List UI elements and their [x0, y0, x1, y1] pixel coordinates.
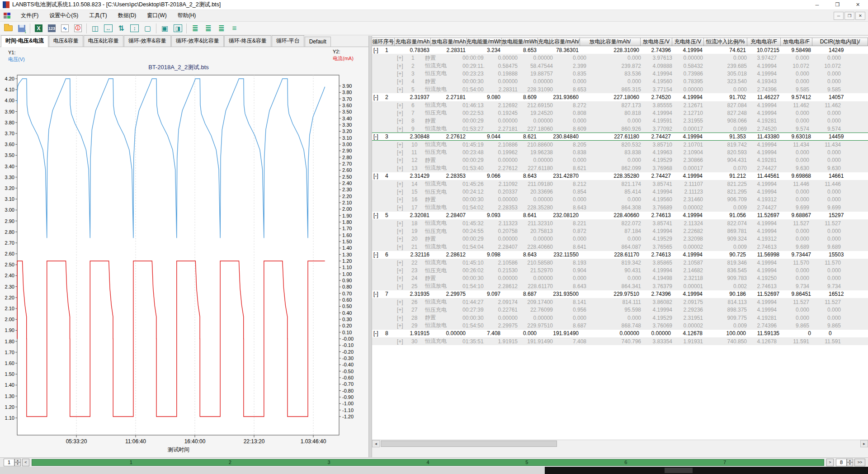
cycle-row-1[interactable]: [-]10.783632.283113.2348.65378.36301228.…	[372, 46, 868, 54]
column-header-4[interactable]: 放电能量/mWh	[502, 38, 538, 46]
menu-item-0[interactable]: 文件(F)	[15, 10, 44, 21]
step-row-13[interactable]: [+]13恒流放电01:53:40.62.27612227.611808.621…	[372, 164, 868, 172]
step-row-23[interactable]: [+]23恒压充电00:26:02.40.2153021.529700.9049…	[372, 266, 868, 274]
column-header-9[interactable]: 恒流冲入比例/%	[704, 38, 747, 46]
expand-icon[interactable]: [+]	[397, 275, 410, 281]
close-button[interactable]: ✕	[848, 0, 868, 10]
pane-splitter[interactable]	[368, 36, 372, 457]
grid-rows-icon[interactable]: ≡	[228, 23, 241, 34]
column-header-12[interactable]: DCIR(放电内阻)/	[812, 38, 868, 46]
grid-medium-icon[interactable]: ≣	[202, 23, 214, 34]
expand-icon[interactable]: [+]	[397, 267, 410, 274]
expand-icon[interactable]: [+]	[397, 338, 410, 345]
menu-item-3[interactable]: 数据(D)	[113, 10, 142, 21]
step-row-18[interactable]: [+]18恒流充电01:45:32.62.11323211.323108.221…	[372, 219, 868, 227]
cycle-row-4[interactable]: [-]42.314292.283539.0668.643231.42870228…	[372, 172, 868, 180]
step-row-10[interactable]: [+]10恒流充电01:45:19.22.10886210.886008.205…	[372, 141, 868, 148]
collapse-icon[interactable]: [-]	[373, 251, 385, 258]
column-header-1[interactable]: 充电容量/mAh	[395, 38, 431, 46]
cycle-row-7[interactable]: [-]72.319352.299759.0978.687231.93500229…	[372, 290, 868, 298]
expand-icon[interactable]: [+]	[397, 299, 410, 305]
maximize-button[interactable]: ❒	[827, 0, 848, 10]
tab-7[interactable]: Default	[305, 37, 331, 47]
mdi-close-button[interactable]: ✕	[855, 12, 865, 20]
spin-down-icon[interactable]: ▼	[847, 462, 853, 466]
expand-icon[interactable]: [+]	[397, 110, 410, 116]
expand-icon[interactable]: [+]	[397, 307, 410, 313]
expand-icon[interactable]: [+]	[397, 71, 410, 77]
collapse-icon[interactable]: [-]	[373, 133, 385, 140]
fit-vertical-icon[interactable]: ↕	[128, 23, 141, 34]
cycle-row-8[interactable]: [-]81.919150.000007.4080.000191.914900.0…	[372, 330, 868, 337]
step-row-2[interactable]: [+]2恒流充电00:29:11.90.5847558.475442.39923…	[372, 62, 868, 70]
split-horizontal-icon[interactable]: ◨	[172, 23, 184, 34]
cycle-row-6[interactable]: [-]62.321162.286129.0988.643232.11550228…	[372, 251, 868, 259]
step-row-12[interactable]: [+]12静置00:00:29.80.000000.000000.0000.00…	[372, 156, 868, 164]
step-row-15[interactable]: [+]15恒压充电00:24:12.20.2033720.336960.8548…	[372, 188, 868, 195]
step-row-4[interactable]: [+]4静置00:00:30.30.000000.000000.0000.000…	[372, 78, 868, 85]
step-row-11[interactable]: [+]11恒压充电00:23:48.70.1996219.962380.8388…	[372, 148, 868, 156]
expand-icon[interactable]: [+]	[397, 228, 410, 234]
zoom-region-icon[interactable]: ▢	[142, 23, 154, 34]
step-row-14[interactable]: [+]14恒流充电01:45:26.02.11092211.091808.212…	[372, 180, 868, 188]
expand-icon[interactable]: [+]	[397, 236, 410, 242]
calculator-icon[interactable]: 123	[46, 23, 58, 34]
cycle-row-3[interactable]: [-]32.308482.276129.0448.621230.84840227…	[372, 133, 868, 140]
spin-down-icon[interactable]: ▼	[14, 462, 21, 466]
column-header-7[interactable]: 放电终压/V	[641, 38, 672, 46]
column-header-0[interactable]: 循环序号	[372, 38, 395, 46]
step-row-26[interactable]: [+]26恒流充电01:44:27.42.09174209.174008.141…	[372, 298, 868, 306]
step-row-20[interactable]: [+]20静置00:00:29.80.000000.000000.0000.00…	[372, 235, 868, 243]
step-row-8[interactable]: [+]8静置00:00:29.90.000000.000000.0000.000…	[372, 117, 868, 125]
step-row-16[interactable]: [+]16静置00:00:30.30.000000.000000.0000.00…	[372, 196, 868, 204]
expand-icon[interactable]: [+]	[397, 102, 410, 109]
menu-item-2[interactable]: 工具(T)	[84, 10, 112, 21]
collapse-icon[interactable]: [-]	[373, 94, 385, 100]
expand-icon[interactable]: [+]	[397, 181, 410, 187]
cycle-range-track[interactable]: 1234567	[32, 459, 824, 466]
menu-item-4[interactable]: 窗口(W)	[142, 10, 172, 21]
step-row-28[interactable]: [+]28静置00:00:30.30.000000.000000.0000.00…	[372, 314, 868, 322]
table-horizontal-scrollbar[interactable]: ◄ ►	[372, 440, 868, 447]
minimize-button[interactable]: ─	[807, 0, 827, 10]
split-vertical-icon[interactable]: ▣	[159, 23, 171, 34]
cycle-row-2[interactable]: [-]22.319372.271819.0808.609231.93660227…	[372, 93, 868, 101]
step-row-22[interactable]: [+]22恒流充电01:45:10.42.10586210.585808.193…	[372, 259, 868, 266]
menu-item-5[interactable]: 帮助(H)	[172, 10, 202, 21]
column-header-5[interactable]: 充电比容量/mAh/	[538, 38, 580, 46]
expand-icon[interactable]: [+]	[397, 322, 410, 329]
expand-icon[interactable]: [+]	[397, 142, 410, 148]
scrollbar-thumb[interactable]	[381, 441, 557, 447]
tab-4[interactable]: 循环-效率&比容量	[171, 35, 224, 47]
mdi-minimize-button[interactable]: ─	[834, 12, 844, 20]
collapse-icon[interactable]: [-]	[373, 291, 385, 297]
expand-icon[interactable]: [+]	[397, 86, 410, 93]
open-file-icon[interactable]	[2, 23, 14, 34]
expand-icon[interactable]: [+]	[397, 118, 410, 124]
step-row-27[interactable]: [+]27恒压充电00:27:39.70.2276122.760990.9569…	[372, 306, 868, 313]
step-row-1[interactable]: [+]1静置00:00:09.90.000000.000000.0000.000…	[372, 54, 868, 62]
expand-icon[interactable]: [+]	[397, 220, 410, 227]
scale-x-icon[interactable]: ↔	[102, 23, 114, 34]
expand-icon[interactable]: [+]	[397, 78, 410, 85]
next-cycle-button[interactable]: >	[826, 459, 834, 466]
expand-icon[interactable]: [+]	[397, 196, 410, 203]
expand-icon[interactable]: [+]	[397, 165, 410, 171]
step-row-7[interactable]: [+]7恒压充电00:22:53.70.1924519.245200.80880…	[372, 109, 868, 117]
menu-item-1[interactable]: 设置中心(S)	[44, 10, 84, 21]
column-header-11[interactable]: 放电电容/F	[781, 38, 812, 46]
expand-icon[interactable]: [+]	[397, 283, 410, 289]
scroll-right-icon[interactable]: ►	[860, 440, 868, 447]
expand-icon[interactable]: [+]	[397, 204, 410, 211]
chart-plot[interactable]: 05:33:2011:06:4016:40:0022:13:201.03:46:…	[0, 47, 368, 445]
grid-large-icon[interactable]: ≣	[215, 23, 227, 34]
fit-horizontal-icon[interactable]: ◫	[89, 23, 101, 34]
column-header-2[interactable]: 放电容量/mAh	[431, 38, 467, 46]
expand-icon[interactable]: [+]	[397, 63, 410, 69]
step-row-21[interactable]: [+]21恒流放电01:54:04.22.28407228.406608.641…	[372, 243, 868, 251]
mdi-restore-button[interactable]: ❒	[844, 12, 854, 20]
expand-icon[interactable]: [+]	[397, 126, 410, 132]
first-cycle-spinner[interactable]: 1 ▲▼	[4, 459, 21, 466]
scroll-left-icon[interactable]: ◄	[372, 440, 380, 447]
column-header-10[interactable]: 充电电容/F	[747, 38, 781, 46]
